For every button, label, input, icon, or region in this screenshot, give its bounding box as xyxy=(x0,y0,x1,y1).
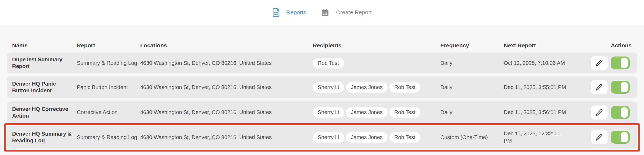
edit-report-button[interactable] xyxy=(591,56,608,70)
toggle-knob xyxy=(621,107,628,118)
table-row: Denver HQ Summary & Reading Log Summary … xyxy=(7,126,637,149)
report-locations: 4630 Washington St, Denver, CO 80216, Un… xyxy=(140,60,313,66)
recipient-chip-list: Sherry Li James Jones Rob Test xyxy=(313,132,440,143)
report-name: DupeTest Summary Report xyxy=(12,56,76,70)
report-type: Panic Button Incident xyxy=(77,84,140,90)
toggle-knob xyxy=(621,132,628,142)
recipient-chip: Rob Test xyxy=(389,132,420,143)
report-enabled-toggle[interactable] xyxy=(611,106,630,119)
row-actions xyxy=(585,130,636,144)
reports-table: Name Report Locations Recipients Frequen… xyxy=(0,25,644,155)
report-locations: 4630 Washington St, Denver, CO 80216, Un… xyxy=(140,134,313,140)
edit-report-button[interactable] xyxy=(591,80,608,94)
tab-create-report-label: Create Report xyxy=(336,9,372,16)
pencil-icon xyxy=(595,83,603,91)
tab-reports[interactable]: Reports xyxy=(272,8,306,17)
recipient-chip: Rob Test xyxy=(389,107,420,118)
document-icon xyxy=(272,8,280,17)
row-actions xyxy=(585,80,636,94)
report-name: Denver HQ Panic Button Incident xyxy=(12,80,76,94)
report-enabled-toggle[interactable] xyxy=(611,57,630,69)
column-header-frequency: Frequency xyxy=(440,42,504,49)
recipient-chip: Sherry Li xyxy=(313,107,344,118)
report-frequency: Daily xyxy=(440,109,504,115)
table-row: DupeTest Summary Report Summary & Readin… xyxy=(7,52,637,73)
next-report-time: Dec 11, 2025, 3:55:01 PM xyxy=(504,84,585,91)
table-row: Denver HQ Corrective Action Corrective A… xyxy=(7,101,637,123)
report-name: Denver HQ Corrective Action xyxy=(12,106,76,119)
row-actions xyxy=(585,56,636,70)
report-enabled-toggle[interactable] xyxy=(611,131,630,144)
recipient-chip-list: Rob Test xyxy=(313,58,440,68)
table-row: Denver HQ Panic Button Incident Panic Bu… xyxy=(7,76,637,98)
report-type: Summary & Reading Log xyxy=(77,60,140,66)
column-header-report: Report xyxy=(77,42,140,49)
report-name: Denver HQ Summary & Reading Log xyxy=(12,131,76,144)
edit-report-button[interactable] xyxy=(591,130,608,144)
recipient-chip: James Jones xyxy=(346,107,388,118)
pencil-icon xyxy=(595,59,603,67)
calendar-icon xyxy=(321,8,329,17)
table-header-row: Name Report Locations Recipients Frequen… xyxy=(7,25,637,52)
edit-report-button[interactable] xyxy=(591,105,608,119)
report-type: Summary & Reading Log xyxy=(77,134,140,140)
recipient-chip: James Jones xyxy=(346,132,388,143)
row-actions xyxy=(585,105,636,119)
recipient-chip: James Jones xyxy=(346,82,388,93)
recipient-chip-list: Sherry Li James Jones Rob Test xyxy=(313,82,440,93)
top-tab-bar: Reports Create Report xyxy=(0,0,644,25)
toggle-knob xyxy=(621,58,628,68)
column-header-next-report: Next Report xyxy=(504,42,585,49)
recipient-chip: Sherry Li xyxy=(313,82,344,93)
recipient-chip-list: Sherry Li James Jones Rob Test xyxy=(313,107,440,118)
report-frequency: Daily xyxy=(440,60,504,66)
report-frequency: Custom (One-Time) xyxy=(440,134,504,140)
report-frequency: Daily xyxy=(440,84,504,90)
report-locations: 4630 Washington St, Denver, CO 80216, Un… xyxy=(140,84,313,90)
recipient-chip: Sherry Li xyxy=(313,132,344,143)
next-report-time: Dec 11, 2025, 3:56:01 PM xyxy=(504,109,585,116)
pencil-icon xyxy=(595,108,603,117)
column-header-name: Name xyxy=(12,42,77,49)
report-enabled-toggle[interactable] xyxy=(611,81,630,94)
report-locations: 4630 Washington St, Denver, CO 80216, Un… xyxy=(140,109,313,115)
column-header-locations: Locations xyxy=(140,42,313,49)
tab-create-report[interactable]: Create Report xyxy=(321,8,372,17)
pencil-icon xyxy=(595,133,603,141)
column-header-actions: Actions xyxy=(585,42,636,49)
recipient-chip: Rob Test xyxy=(389,82,420,93)
column-header-recipients: Recipients xyxy=(313,42,440,49)
next-report-time: Dec 11, 2025, 12:32:01 PM xyxy=(504,130,564,145)
toggle-knob xyxy=(621,82,628,92)
next-report-time: Oct 12, 2025, 7:10:06 AM xyxy=(504,59,585,67)
recipient-chip: Rob Test xyxy=(313,58,344,68)
report-type: Corrective Action xyxy=(77,109,140,115)
tab-reports-label: Reports xyxy=(286,9,306,16)
